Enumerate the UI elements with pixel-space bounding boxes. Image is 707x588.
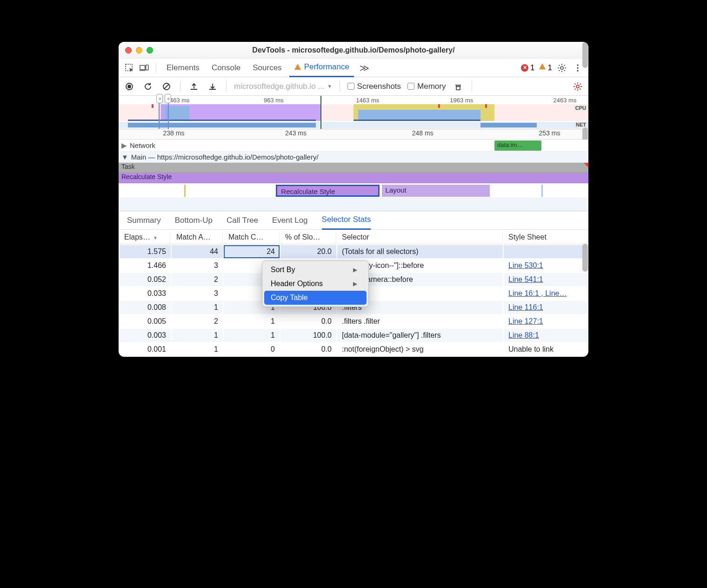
svg-point-4 xyxy=(577,64,578,66)
recalculate-style-block[interactable]: Recalculate Style xyxy=(119,173,588,183)
reload-icon[interactable] xyxy=(142,80,154,93)
flame-sliver[interactable] xyxy=(541,185,543,197)
cell-stylesheet[interactable]: Line 88:1 xyxy=(504,329,587,342)
device-icon[interactable] xyxy=(138,62,150,74)
divider xyxy=(226,81,227,92)
upload-icon[interactable] xyxy=(188,80,200,93)
stylesheet-link[interactable]: Line 541:1 xyxy=(508,275,543,283)
col-match-count[interactable]: Match C… xyxy=(224,231,280,244)
tab-summary[interactable]: Summary xyxy=(127,211,161,230)
cell: 2 xyxy=(172,273,223,286)
stylesheet-link[interactable]: Line 88:1 xyxy=(508,331,539,339)
cell: 44 xyxy=(172,245,223,258)
scrollbar-thumb[interactable] xyxy=(582,244,588,272)
recording-dropdown[interactable]: microsoftedge.github.io ...▼ xyxy=(234,82,332,91)
cell: (Totals for all selectors) xyxy=(337,245,503,258)
ctx-sort-by[interactable]: Sort By▶ xyxy=(264,263,367,277)
garbage-collect-icon[interactable] xyxy=(452,80,464,93)
collapse-icon: ▶ xyxy=(121,141,127,150)
recalculate-style-selected[interactable]: Recalculate Style xyxy=(276,185,379,197)
task-block[interactable]: Task xyxy=(119,163,588,173)
ctx-copy-table[interactable]: Copy Table xyxy=(264,291,367,305)
tab-event-log[interactable]: Event Log xyxy=(272,211,308,230)
table-row[interactable]: 0.001100.0:not(foreignObject) > svgUnabl… xyxy=(120,343,587,356)
selector-stats-table-wrapper: Elaps… Match A… Match C… % of Slo… Selec… xyxy=(119,230,588,357)
record-icon[interactable] xyxy=(123,80,135,93)
download-icon[interactable] xyxy=(207,80,219,93)
error-count[interactable]: ✕ 1 xyxy=(521,63,534,73)
flame-row: Recalculate Style Layout xyxy=(119,183,588,198)
warning-count[interactable]: 1 xyxy=(539,63,552,73)
cell: 1 xyxy=(224,315,280,328)
cell: [data-module="gallery"] .filters xyxy=(337,329,503,342)
tab-console[interactable]: Console xyxy=(207,59,245,77)
cell: 1.575 xyxy=(120,245,171,258)
clear-icon[interactable] xyxy=(160,80,173,93)
tab-selector-stats[interactable]: Selector Stats xyxy=(322,211,371,230)
cell-stylesheet[interactable]: Line 530:1 xyxy=(504,259,587,272)
table-row[interactable]: 1.575442420.0(Totals for all selectors) xyxy=(120,245,587,258)
main-track-header[interactable]: ▼ Main — https://microsoftedge.github.io… xyxy=(119,152,588,163)
svg-point-5 xyxy=(577,67,578,68)
svg-rect-1 xyxy=(140,65,145,69)
table-row[interactable]: 0.00311100.0[data-module="gallery"] .fil… xyxy=(120,329,587,342)
stylesheet-link[interactable]: Line 16:1 , Line… xyxy=(508,289,567,297)
layout-block[interactable]: Layout xyxy=(382,185,490,197)
memory-checkbox[interactable]: Memory xyxy=(407,82,446,91)
cell: 0 xyxy=(224,343,280,356)
cell: 0.0 xyxy=(280,315,336,328)
expand-icon: ▼ xyxy=(121,153,128,161)
handle-left-icon[interactable] xyxy=(156,94,163,103)
time-cursor xyxy=(320,96,321,129)
stylesheet-link[interactable]: Line 127:1 xyxy=(508,317,543,325)
table-header-row: Elaps… Match A… Match C… % of Slo… Selec… xyxy=(120,231,587,244)
error-icon: ✕ xyxy=(521,64,528,72)
long-task-indicator-icon xyxy=(584,163,588,167)
screenshots-checkbox[interactable]: Screenshots xyxy=(347,82,401,91)
cell: 1 xyxy=(172,301,223,314)
viewport-selection[interactable] xyxy=(159,96,169,129)
cell-stylesheet[interactable]: Line 16:1 , Line… xyxy=(504,287,587,300)
flame-sliver[interactable] xyxy=(184,185,186,197)
handle-right-icon[interactable] xyxy=(165,94,171,103)
cell-stylesheet[interactable]: Line 116:1 xyxy=(504,301,587,314)
col-stylesheet[interactable]: Style Sheet xyxy=(504,231,587,244)
cell-stylesheet[interactable]: Line 541:1 xyxy=(504,273,587,286)
cell: 0.052 xyxy=(120,273,171,286)
main-tabs: Elements Console Sources Performance ≫ ✕… xyxy=(119,59,588,77)
cell: 0.001 xyxy=(120,343,171,356)
stylesheet-link[interactable]: Line 530:1 xyxy=(508,261,543,269)
tab-elements[interactable]: Elements xyxy=(162,59,204,77)
network-track-header[interactable]: ▶ Network data:im… xyxy=(119,140,588,152)
context-menu: Sort By▶ Header Options▶ Copy Table xyxy=(262,261,369,307)
cell: 1 xyxy=(172,329,223,342)
tab-call-tree[interactable]: Call Tree xyxy=(227,211,258,230)
svg-point-8 xyxy=(128,85,131,88)
ctx-header-options[interactable]: Header Options▶ xyxy=(264,277,367,291)
cell: .filters .filter xyxy=(337,315,503,328)
tab-sources[interactable]: Sources xyxy=(248,59,286,77)
col-elapsed[interactable]: Elaps… xyxy=(120,231,171,244)
col-pct-slow[interactable]: % of Slo… xyxy=(280,231,336,244)
table-row[interactable]: 0.005210.0.filters .filterLine 127:1 xyxy=(120,315,587,328)
tabs-overflow-icon[interactable]: ≫ xyxy=(357,62,372,74)
tab-bottom-up[interactable]: Bottom-Up xyxy=(175,211,213,230)
tab-performance[interactable]: Performance xyxy=(289,59,354,77)
cell: 1 xyxy=(224,329,280,342)
inspect-icon[interactable] xyxy=(123,62,135,74)
settings-icon[interactable] xyxy=(556,62,568,74)
devtools-window: DevTools - microsoftedge.github.io/Demos… xyxy=(119,42,588,357)
col-selector[interactable]: Selector xyxy=(337,231,503,244)
network-request-block[interactable]: data:im… xyxy=(494,140,541,151)
cell: 0.008 xyxy=(120,301,171,314)
cell-stylesheet[interactable]: Line 127:1 xyxy=(504,315,587,328)
cell: 100.0 xyxy=(280,329,336,342)
capture-settings-icon[interactable] xyxy=(572,80,584,93)
titlebar: DevTools - microsoftedge.github.io/Demos… xyxy=(119,42,588,59)
svg-point-11 xyxy=(576,85,579,88)
stylesheet-link[interactable]: Line 116:1 xyxy=(508,303,543,311)
overview-timeline[interactable]: 463 ms 963 ms 1463 ms 1963 ms 2463 ms CP… xyxy=(119,96,588,129)
divider xyxy=(340,81,340,92)
scrollbar-thumb[interactable] xyxy=(582,42,588,68)
col-match-attempts[interactable]: Match A… xyxy=(172,231,223,244)
